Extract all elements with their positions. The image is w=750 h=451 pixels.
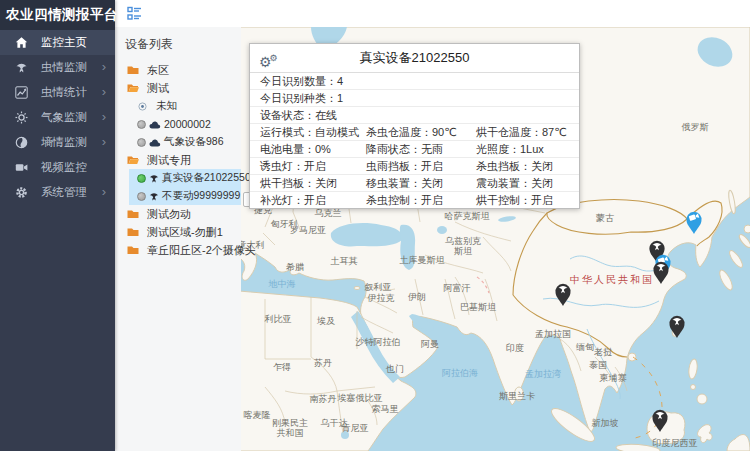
popup-row: 电池电量：0% 降雨状态：无雨 光照度：1Lux — [250, 141, 579, 158]
sidebar-item-monitor-home[interactable]: 监控主页 — [0, 30, 115, 55]
chart-icon — [15, 86, 28, 99]
popup-field: 烘干挡板：关闭 — [260, 175, 366, 191]
tree-device[interactable]: 气象设备986 — [115, 133, 241, 151]
popup-row: 诱虫灯：开启 虫雨挡板：开启 杀虫挡板：关闭 — [250, 158, 579, 175]
weather-device-icon — [149, 120, 161, 129]
sidebar-item-label: 虫情监测 — [41, 60, 87, 75]
tree-device-label: 不要动99999999 — [162, 189, 240, 203]
popup-field: 杀虫仓温度：90℃ — [366, 124, 476, 140]
sidebar: 农业四情测报平台 监控主页 虫情监测 › 虫情统计 › 气象监测 › — [0, 0, 115, 451]
sidebar-item-label: 监控主页 — [41, 35, 87, 50]
popup-field: 烘干控制：开启 — [476, 192, 569, 208]
sidebar-item-soil-monitoring[interactable]: 墒情监测 › — [0, 130, 115, 155]
status-dot-green — [137, 174, 146, 183]
popup-field: 今日识别种类：1 — [260, 90, 343, 106]
tree-device-label: 气象设备986 — [164, 135, 224, 149]
device-marker-bug[interactable] — [667, 312, 687, 338]
sidebar-item-label: 系统管理 — [41, 185, 87, 200]
folder-closed-icon — [127, 227, 139, 237]
chevron-right-icon: › — [102, 109, 106, 124]
folder-closed-icon — [127, 65, 139, 75]
tree-folder[interactable]: 测试专用 — [115, 151, 241, 169]
popup-row: 烘干挡板：关闭 移虫装置：关闭 震动装置：关闭 — [250, 175, 579, 192]
tree-device-label: 真实设备21022550 — [162, 171, 251, 185]
popup-field: 电池电量：0% — [260, 141, 366, 157]
popup-row: 运行模式：自动模式 杀虫仓温度：90℃ 烘干仓温度：87℃ — [250, 124, 579, 141]
gear-icon — [15, 186, 28, 199]
tree-folder[interactable]: 章丘阳丘区-2个摄像头 — [115, 241, 241, 259]
sidebar-nav: 监控主页 虫情监测 › 虫情统计 › 气象监测 › 墒情监测 › — [0, 30, 115, 205]
sidebar-item-insect-statistics[interactable]: 虫情统计 › — [0, 80, 115, 105]
tree-folder[interactable]: 测试 — [115, 79, 241, 97]
device-popup: ⚙⚙ 真实设备21022550 今日识别数量：4 今日识别种类：1 设备状态：在… — [249, 43, 580, 209]
popup-field: 降雨状态：无雨 — [366, 141, 476, 157]
popup-field: 运行模式：自动模式 — [260, 124, 366, 140]
popup-field: 诱虫灯：开启 — [260, 158, 366, 174]
tree-folder-label: 东区 — [147, 63, 169, 78]
chevron-right-icon: › — [102, 84, 106, 99]
popup-field: 杀虫控制：开启 — [366, 192, 476, 208]
tree-device[interactable]: 20000002 — [115, 115, 241, 133]
sidebar-item-label: 虫情统计 — [41, 85, 87, 100]
tree-folder-label: 章丘阳丘区-2个摄像头 — [147, 243, 256, 258]
device-marker-bug[interactable] — [650, 406, 670, 432]
sidebar-item-video-surveillance[interactable]: 视频监控 — [0, 155, 115, 180]
popup-row: 今日识别数量：4 — [250, 73, 579, 90]
tree-folder-label: 测试勿动 — [147, 207, 191, 222]
tree-folder[interactable]: 测试区域-勿删1 — [115, 223, 241, 241]
chevron-right-icon: › — [102, 184, 106, 199]
sidebar-item-label: 墒情监测 — [41, 135, 87, 150]
chevron-right-icon: › — [102, 134, 106, 149]
video-camera-icon — [15, 161, 28, 174]
chevron-right-icon: › — [102, 59, 106, 74]
folder-open-icon — [127, 83, 139, 93]
settings-gears-icon[interactable]: ⚙⚙ — [259, 44, 278, 76]
popup-field: 杀虫挡板：关闭 — [476, 158, 569, 174]
tree-folder-label: 测试区域-勿删1 — [147, 225, 223, 240]
app-root: 俄罗斯 蒙古 中华人民共和国 哈萨克斯坦 乌兹别克 斯坦 土库曼斯坦 捷克 乌克… — [0, 0, 750, 451]
device-marker-camera[interactable] — [684, 208, 704, 234]
weather-device-icon — [149, 138, 161, 147]
tree-device-label: 20000002 — [164, 118, 211, 130]
popup-field: 补光灯：开启 — [260, 192, 366, 208]
unknown-device-icon — [137, 101, 148, 112]
status-dot-gray — [137, 120, 146, 129]
tree-folder[interactable]: 东区 — [115, 61, 241, 79]
tree-device[interactable]: 未知 — [115, 97, 241, 115]
folder-open-icon — [127, 155, 139, 165]
layout-list-icon[interactable] — [127, 6, 142, 21]
sidebar-item-label: 视频监控 — [41, 160, 87, 175]
device-panel: 设备列表 东区 测试 未知 20000002 气象设备986 测试专用 — [115, 27, 241, 451]
tree-folder-label: 测试专用 — [147, 153, 191, 168]
status-dot-gray — [137, 138, 146, 147]
app-title: 农业四情测报平台 — [0, 0, 115, 30]
tree-device-selected[interactable]: 不要动99999999 — [129, 187, 241, 205]
status-dot-gray — [137, 192, 146, 201]
globe-icon — [15, 136, 28, 149]
popup-field: 设备状态：在线 — [260, 107, 337, 123]
device-marker-bug[interactable] — [553, 280, 573, 306]
device-popup-header: ⚙⚙ 真实设备21022550 — [250, 44, 579, 73]
device-marker-bug[interactable] — [651, 258, 671, 284]
device-panel-title: 设备列表 — [115, 27, 241, 61]
bug-device-icon — [149, 191, 159, 201]
bug-device-icon — [149, 173, 159, 183]
popup-field: 光照度：1Lux — [476, 141, 569, 157]
popup-field: 烘干仓温度：87℃ — [476, 124, 569, 140]
sidebar-item-system-management[interactable]: 系统管理 › — [0, 180, 115, 205]
sidebar-item-insect-monitoring[interactable]: 虫情监测 › — [0, 55, 115, 80]
home-icon — [15, 36, 28, 49]
sidebar-item-weather-monitoring[interactable]: 气象监测 › — [0, 105, 115, 130]
bug-icon — [15, 61, 28, 74]
tree-folder[interactable]: 测试勿动 — [115, 205, 241, 223]
device-popup-title: 真实设备21022550 — [360, 50, 470, 65]
popup-field: 虫雨挡板：开启 — [366, 158, 476, 174]
tree-device-label: 未知 — [156, 99, 177, 113]
folder-closed-icon — [127, 245, 139, 255]
tree-device-selected[interactable]: 真实设备21022550 — [129, 169, 241, 187]
tree-folder-label: 测试 — [147, 81, 169, 96]
popup-row: 补光灯：开启 杀虫控制：开启 烘干控制：开启 — [250, 192, 579, 208]
sidebar-item-label: 气象监测 — [41, 110, 87, 125]
folder-closed-icon — [127, 209, 139, 219]
popup-field: 震动装置：关闭 — [476, 175, 569, 191]
